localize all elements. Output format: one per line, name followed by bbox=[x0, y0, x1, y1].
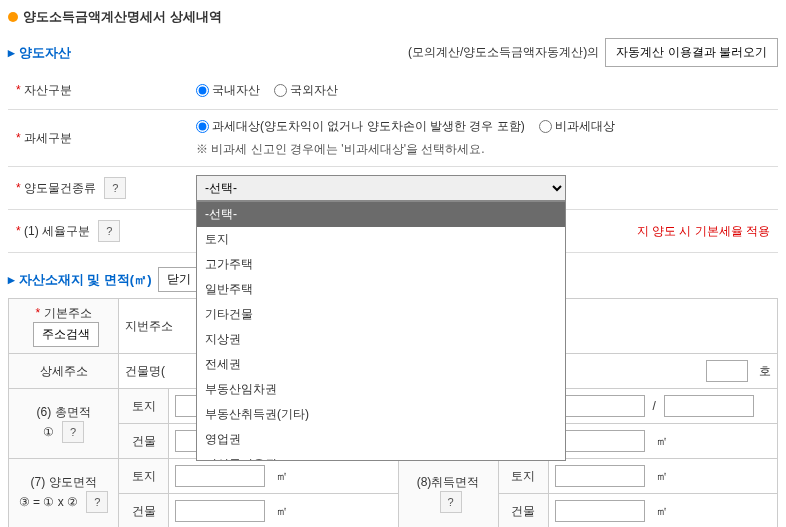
address-search-button[interactable]: 주소검색 bbox=[33, 322, 99, 347]
right-land-num-input[interactable] bbox=[555, 395, 645, 417]
ho-input[interactable] bbox=[706, 360, 748, 382]
tax-type-group: 과세대상(양도차익이 없거나 양도차손이 발생한 경우 포함) 비과세대상 bbox=[196, 118, 770, 135]
m2-5: ㎡ bbox=[276, 503, 288, 520]
building-label-3: 건물 bbox=[132, 504, 156, 518]
asset-type-foreign[interactable]: 국외자산 bbox=[274, 82, 338, 99]
m2-3: ㎡ bbox=[276, 468, 288, 485]
slash-2: / bbox=[653, 399, 656, 413]
land-label-1: 토지 bbox=[132, 399, 156, 413]
asset-right-area: (모의계산/양도소득금액자동계산)의 자동계산 이용결과 불러오기 bbox=[408, 38, 778, 67]
dropdown-option[interactable]: 부동산취득권(기타) bbox=[197, 402, 565, 427]
rate-type-warning: 지 양도 시 기본세율 적용 bbox=[637, 224, 770, 238]
asset-right-note: (모의계산/양도소득금액자동계산)의 bbox=[408, 44, 599, 61]
area-close-button[interactable]: 닫기 bbox=[158, 267, 200, 292]
land-label-4: 토지 bbox=[511, 469, 535, 483]
asset-type-domestic[interactable]: 국내자산 bbox=[196, 82, 260, 99]
building-name-label: 건물명( bbox=[125, 363, 165, 380]
dropdown-option[interactable]: 전세권 bbox=[197, 352, 565, 377]
transfer-area-label: (7) 양도면적 ③ = ① x ② bbox=[19, 475, 97, 509]
dropdown-option[interactable]: 부동산임차권 bbox=[197, 377, 565, 402]
dropdown-option[interactable]: 일반주택 bbox=[197, 277, 565, 302]
property-type-select[interactable]: -선택- bbox=[196, 175, 566, 201]
tax-type-nontaxable-label: 비과세대상 bbox=[555, 118, 615, 135]
property-type-select-wrap: -선택- -선택- 토지 고가주택 일반주택 기타건물 지상권 전세권 부동산임… bbox=[196, 175, 566, 201]
area-section-title[interactable]: 자산소재지 및 면적(㎡) bbox=[8, 271, 152, 289]
acquire-land-input[interactable] bbox=[555, 465, 645, 487]
tax-type-label: 과세구분 bbox=[16, 131, 72, 145]
autocalc-load-button[interactable]: 자동계산 이용결과 불러오기 bbox=[605, 38, 778, 67]
m2-6: ㎡ bbox=[656, 503, 668, 520]
rate-type-label: (1) 세율구분 bbox=[16, 224, 90, 238]
asset-type-foreign-radio[interactable] bbox=[274, 84, 287, 97]
land-label-3: 토지 bbox=[132, 469, 156, 483]
m2-2: ㎡ bbox=[656, 433, 668, 450]
dropdown-option[interactable]: 기타건물 bbox=[197, 302, 565, 327]
dropdown-option[interactable]: 고가주택 bbox=[197, 252, 565, 277]
asset-sub-header: 양도자산 (모의계산/양도소득금액자동계산)의 자동계산 이용결과 불러오기 bbox=[8, 38, 778, 67]
asset-type-label: 자산구분 bbox=[16, 83, 72, 97]
property-type-dropdown: -선택- 토지 고가주택 일반주택 기타건물 지상권 전세권 부동산임차권 부동… bbox=[196, 201, 566, 461]
m2-4: ㎡ bbox=[656, 468, 668, 485]
dropdown-option[interactable]: 시설물이용권 bbox=[197, 452, 565, 461]
building-label-1: 건물 bbox=[132, 434, 156, 448]
asset-type-domestic-radio[interactable] bbox=[196, 84, 209, 97]
right-building-input[interactable] bbox=[555, 430, 645, 452]
ho-suffix: 호 bbox=[759, 363, 771, 380]
asset-type-foreign-label: 국외자산 bbox=[290, 82, 338, 99]
tax-type-note: ※ 비과세 신고인 경우에는 '비과세대상'을 선택하세요. bbox=[196, 141, 770, 158]
property-type-label: 양도물건종류 bbox=[16, 181, 96, 195]
right-land-den-input[interactable] bbox=[664, 395, 754, 417]
acquire-area-label: (8)취득면적 bbox=[417, 475, 480, 489]
asset-type-group: 국내자산 국외자산 bbox=[196, 82, 770, 99]
total-area-help-button[interactable]: ? bbox=[62, 421, 84, 443]
addr-detail-label: 상세주소 bbox=[40, 364, 88, 378]
tax-type-nontaxable[interactable]: 비과세대상 bbox=[539, 118, 615, 135]
tax-type-taxable-label: 과세대상(양도차익이 없거나 양도차손이 발생한 경우 포함) bbox=[212, 118, 525, 135]
addr-base-label: 기본주소 bbox=[35, 306, 91, 320]
dropdown-option[interactable]: 토지 bbox=[197, 227, 565, 252]
page-title-text: 양도소득금액계산명세서 상세내역 bbox=[23, 8, 222, 26]
property-type-help-button[interactable]: ? bbox=[104, 177, 126, 199]
rate-type-help-button[interactable]: ? bbox=[98, 220, 120, 242]
building-label-4: 건물 bbox=[511, 504, 535, 518]
dropdown-option[interactable]: 지상권 bbox=[197, 327, 565, 352]
asset-form-table: 자산구분 국내자산 국외자산 과세구분 과세대상(양도차익이 없거나 양도차손이… bbox=[8, 72, 778, 253]
tax-type-taxable[interactable]: 과세대상(양도차익이 없거나 양도차손이 발생한 경우 포함) bbox=[196, 118, 525, 135]
page-title: 양도소득금액계산명세서 상세내역 bbox=[8, 8, 778, 26]
asset-section-title[interactable]: 양도자산 bbox=[8, 44, 71, 62]
acquire-building-input[interactable] bbox=[555, 500, 645, 522]
tax-type-taxable-radio[interactable] bbox=[196, 120, 209, 133]
transfer-building-input[interactable] bbox=[175, 500, 265, 522]
transfer-area-help-button[interactable]: ? bbox=[86, 491, 108, 513]
dropdown-option[interactable]: 영업권 bbox=[197, 427, 565, 452]
acquire-area-help-button[interactable]: ? bbox=[440, 491, 462, 513]
tax-type-nontaxable-radio[interactable] bbox=[539, 120, 552, 133]
transfer-land-input[interactable] bbox=[175, 465, 265, 487]
asset-type-domestic-label: 국내자산 bbox=[212, 82, 260, 99]
dropdown-option[interactable]: -선택- bbox=[197, 202, 565, 227]
addr-jibun-label: 지번주소 bbox=[125, 318, 173, 335]
